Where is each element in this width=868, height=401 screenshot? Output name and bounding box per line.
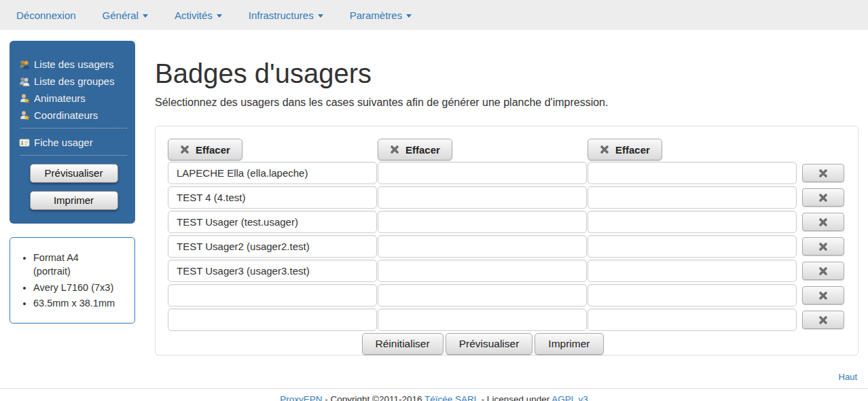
sidebar-item-liste-des-usagers[interactable]: Liste des usagers [19, 58, 128, 70]
sidebar-panel: Liste des usagers Liste des groupes Anim… [10, 41, 135, 224]
nav-item-infrastructures[interactable]: Infrastructures [249, 10, 323, 21]
badge-cell-input[interactable] [168, 186, 377, 209]
x-cross-icon [600, 145, 609, 154]
sidebar-item-fiche-usager[interactable]: Fiche usager [19, 137, 128, 148]
badge-row [168, 260, 858, 282]
badge-cell-input[interactable] [378, 162, 587, 184]
clear-column-1-button[interactable]: Effacer [168, 139, 242, 160]
badge-row [168, 162, 858, 184]
chevron-down-icon [318, 14, 323, 18]
badge-row [168, 235, 858, 258]
delete-row-button[interactable] [802, 311, 844, 329]
badge-cell-input[interactable] [378, 235, 587, 258]
teicee-link[interactable]: Téïcée SARL [424, 394, 479, 401]
clear-column-2-button[interactable]: Effacer [378, 139, 452, 160]
x-cross-icon [818, 266, 828, 276]
nav-item-activites[interactable]: Activités [175, 10, 222, 21]
x-cross-icon [390, 145, 399, 154]
badge-cell-input[interactable] [378, 309, 587, 331]
badge-cell-input[interactable] [378, 260, 587, 282]
badge-row [168, 309, 858, 331]
panel-actions-row: Réinitialiser Prévisualiser Imprimer [168, 333, 797, 355]
sidebar-item-label: Coordinateurs [34, 109, 98, 121]
x-cross-icon [818, 169, 828, 178]
delete-row-button[interactable] [802, 237, 844, 256]
clear-buttons-row: Effacer Effacer Effacer [168, 139, 858, 160]
sidebar-item-label: Liste des groupes [34, 75, 114, 87]
badge-cell-input[interactable] [378, 284, 587, 307]
badge-cell-input[interactable] [168, 211, 377, 233]
sidebar-item-label: Fiche usager [34, 137, 93, 148]
x-cross-icon [818, 242, 828, 251]
delete-row-button[interactable] [802, 188, 844, 207]
badge-cell-input[interactable] [378, 211, 587, 233]
footer-copyright: ProxyEPN - Copyright ©2011-2016 Téïcée S… [0, 394, 868, 401]
info-item-dimensions: 63.5mm x 38.1mm [33, 296, 130, 310]
delete-row-button[interactable] [802, 164, 844, 182]
main-content: Badges d'usagers Sélectionnez des usager… [155, 41, 858, 355]
x-cross-icon [818, 315, 828, 325]
sidebar-item-animateurs[interactable]: Animateurs [19, 92, 128, 104]
left-column: Liste des usagers Liste des groupes Anim… [10, 41, 135, 324]
footer-text-segment: - Copyright ©2011-2016 [323, 394, 425, 401]
nav-item-general[interactable]: Général [103, 10, 148, 21]
nav-item-parametres[interactable]: Paramètres [350, 10, 412, 21]
sidebar-imprimer-button[interactable]: Imprimer [30, 191, 118, 210]
chevron-down-icon [217, 14, 222, 18]
users-icon [19, 59, 30, 70]
vcard-icon [19, 137, 30, 148]
badge-cell-input[interactable] [168, 235, 377, 258]
badge-row [168, 284, 858, 307]
clear-cell: Effacer [587, 139, 797, 160]
badge-cell-input[interactable] [168, 309, 377, 331]
nav-item-deconnexion[interactable]: Déconnexion [16, 10, 76, 21]
badge-cell-input[interactable] [168, 284, 377, 307]
label-format-info-box: Format A4(portrait) Avery L7160 (7x3) 63… [10, 237, 135, 324]
badge-cell-input[interactable] [587, 186, 797, 209]
nav-item-label: Déconnexion [16, 10, 76, 21]
sidebar-item-coordinateurs[interactable]: Coordinateurs [19, 109, 128, 121]
proxyepn-link[interactable]: ProxyEPN [280, 394, 322, 401]
page-title: Badges d'usagers [155, 58, 858, 88]
sidebar-previsualiser-button[interactable]: Prévisualiser [30, 164, 118, 183]
groups-icon [19, 76, 30, 87]
badge-cell-input[interactable] [587, 211, 797, 233]
clear-cell: Effacer [168, 139, 378, 160]
clear-column-3-button[interactable]: Effacer [587, 139, 662, 160]
badge-cell-input[interactable] [168, 260, 377, 282]
sidebar-item-label: Animateurs [34, 92, 86, 104]
x-cross-icon [818, 217, 828, 227]
page-subtitle: Sélectionnez des usagers dans les cases … [155, 97, 858, 109]
info-item-avery: Avery L7160 (7x3) [33, 281, 130, 294]
delete-row-button[interactable] [802, 213, 844, 231]
footer-divider [0, 388, 868, 389]
nav-item-label: Activités [175, 10, 213, 21]
user-star-icon [19, 110, 30, 121]
delete-row-button[interactable] [802, 262, 844, 280]
badges-grid-panel: Effacer Effacer Effacer [155, 126, 858, 355]
footer-text-segment: - Licensed under [479, 394, 551, 401]
imprimer-button[interactable]: Imprimer [535, 333, 603, 355]
delete-row-button[interactable] [802, 286, 844, 304]
sidebar-item-liste-des-groupes[interactable]: Liste des groupes [19, 75, 128, 87]
sidebar-divider [20, 128, 127, 128]
back-to-top-link[interactable]: Haut [839, 372, 857, 382]
nav-item-label: Paramètres [350, 10, 403, 21]
clear-cell: Effacer [378, 139, 587, 160]
back-to-top-row: Haut [0, 372, 857, 382]
badge-cell-input[interactable] [587, 284, 797, 307]
chevron-down-icon [143, 14, 148, 18]
sidebar-item-label: Liste des usagers [34, 58, 114, 70]
badge-cell-input[interactable] [587, 162, 797, 184]
agpl-link[interactable]: AGPL v3 [551, 394, 588, 401]
badge-row [168, 186, 858, 209]
reinitialiser-button[interactable]: Réinitialiser [362, 333, 444, 355]
badge-cell-input[interactable] [587, 260, 797, 282]
x-cross-icon [818, 291, 828, 300]
previsualiser-button[interactable]: Prévisualiser [446, 333, 533, 355]
badge-cell-input[interactable] [168, 162, 377, 184]
badge-cell-input[interactable] [378, 186, 587, 209]
chevron-down-icon [406, 14, 412, 18]
badge-cell-input[interactable] [587, 309, 797, 331]
badge-cell-input[interactable] [587, 235, 797, 258]
